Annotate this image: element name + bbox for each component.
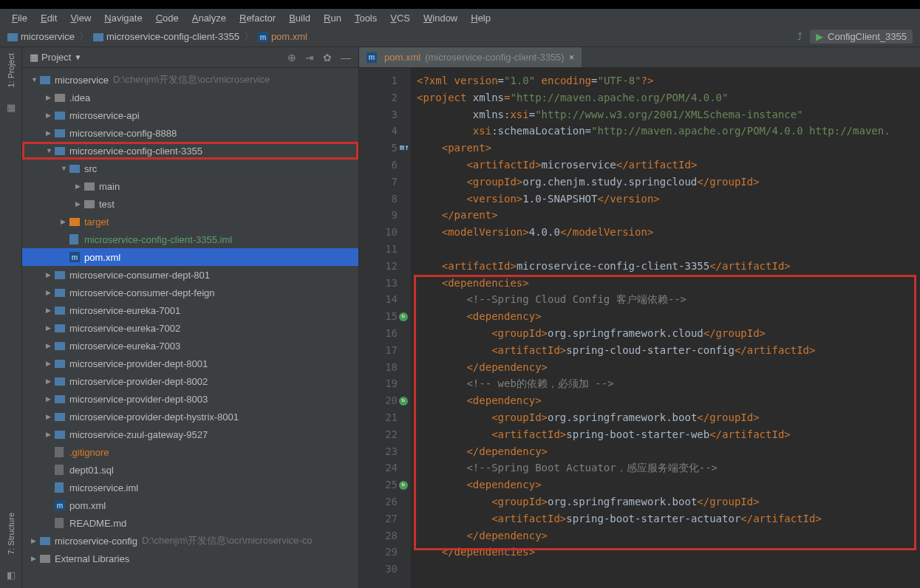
close-icon[interactable]: × xyxy=(569,52,575,63)
tree-row[interactable]: ▶microservice-zuul-gateway-9527 xyxy=(22,425,358,443)
tree-row[interactable]: ▶microservice-provider-dept-8002 xyxy=(22,372,358,390)
menu-build[interactable]: Build xyxy=(283,11,316,25)
tree-arrow[interactable]: ▶ xyxy=(46,112,55,119)
code-line[interactable]: <groupId>org.springframework.cloud</grou… xyxy=(417,325,914,342)
code-line[interactable]: <!--Spring Cloud Config 客户端依赖--> xyxy=(417,291,914,308)
tree-arrow[interactable]: ▶ xyxy=(75,182,84,190)
tree-arrow[interactable]: ▶ xyxy=(46,307,55,314)
tree-row[interactable]: ▶microservice-eureka-7002 xyxy=(22,319,358,337)
project-tree[interactable]: ▼microserviceD:\chenjm\开发信息\ocr\microser… xyxy=(22,68,358,588)
tree-row[interactable]: ▶target xyxy=(22,213,358,230)
code-line[interactable]: <artifactId>spring-boot-starter-actuator… xyxy=(417,510,914,527)
tree-row[interactable]: ▶microservice-provider-dept-8003 xyxy=(22,390,358,408)
menu-window[interactable]: Window xyxy=(418,11,463,25)
code-line[interactable]: <dependencies> xyxy=(417,275,914,292)
hide-icon[interactable]: — xyxy=(341,52,351,64)
tree-arrow[interactable]: ▼ xyxy=(31,76,40,83)
tree-row[interactable]: ▶microservice-config-8888 xyxy=(22,124,358,142)
tree-arrow[interactable]: ▶ xyxy=(46,94,55,101)
gutter-marker[interactable]: ↻ xyxy=(399,397,408,406)
code-line[interactable]: <groupId>org.springframework.boot</group… xyxy=(417,493,914,510)
structure-tool-tab[interactable]: 7: Structure xyxy=(7,513,16,555)
tree-row[interactable]: ▶microservice-eureka-7003 xyxy=(22,337,358,355)
tree-arrow[interactable]: ▶ xyxy=(46,431,55,438)
code-line[interactable] xyxy=(417,241,914,258)
tree-row[interactable]: microservice-config-client-3355.iml xyxy=(22,230,358,248)
tree-row[interactable]: ▶microservice-consumer-dept-feign xyxy=(22,284,358,301)
tree-row[interactable]: ▼src xyxy=(22,160,358,177)
tree-row[interactable]: ▶.idea xyxy=(22,89,358,106)
tree-arrow[interactable]: ▶ xyxy=(46,129,55,137)
tree-row[interactable]: .gitignore xyxy=(22,443,358,461)
menu-analyze[interactable]: Analyze xyxy=(186,11,232,25)
tree-row[interactable]: mpom.xml xyxy=(22,248,358,266)
tree-arrow[interactable]: ▶ xyxy=(46,395,55,403)
menu-refactor[interactable]: Refactor xyxy=(234,11,282,25)
code-line[interactable]: <groupId>org.springframework.boot</group… xyxy=(417,409,914,426)
code-line[interactable]: <groupId>org.chenjm.study.springcloud</g… xyxy=(417,174,914,191)
code-line[interactable]: <artifactId>spring-cloud-starter-config<… xyxy=(417,342,914,359)
tree-row[interactable]: ▶test xyxy=(22,195,358,213)
tree-row[interactable]: ▼microservice-config-client-3355 xyxy=(22,142,358,160)
tree-arrow[interactable]: ▼ xyxy=(61,165,69,172)
code-line[interactable]: <!--Spring Boot Actuator，感应服务端变化--> xyxy=(417,459,914,476)
tree-arrow[interactable]: ▶ xyxy=(46,289,55,296)
tree-row[interactable]: ▶microservice-api xyxy=(22,106,358,124)
tree-arrow[interactable]: ▶ xyxy=(46,342,55,349)
tree-arrow[interactable]: ▶ xyxy=(46,360,55,367)
project-tool-tab[interactable]: 1: Project xyxy=(7,53,16,87)
breadcrumb-folder[interactable]: microservice xyxy=(7,31,75,42)
code-line[interactable]: <dependency> xyxy=(417,476,914,493)
tree-arrow[interactable]: ▶ xyxy=(31,537,40,544)
tree-row[interactable]: ▼microserviceD:\chenjm\开发信息\ocr\microser… xyxy=(22,71,358,89)
tree-arrow[interactable]: ▶ xyxy=(46,324,55,332)
code-line[interactable]: <modelVersion>4.0.0</modelVersion> xyxy=(417,224,914,241)
menu-vcs[interactable]: VCS xyxy=(384,11,416,25)
tree-row[interactable]: ▶microservice-configD:\chenjm\开发信息\ocr\m… xyxy=(22,532,358,550)
menu-run[interactable]: Run xyxy=(318,11,347,25)
code-content[interactable]: <?xml version="1.0" encoding="UTF-8"?><p… xyxy=(411,68,920,588)
code-line[interactable]: <project xmlns="http://maven.apache.org/… xyxy=(417,89,914,106)
run-config-selector[interactable]: ▶ ConfigClient_3355 xyxy=(810,30,913,44)
tree-arrow[interactable]: ▼ xyxy=(46,147,55,154)
code-line[interactable]: </dependencies> xyxy=(417,544,914,561)
tree-arrow[interactable]: ▶ xyxy=(46,271,55,278)
tree-row[interactable]: mpom.xml xyxy=(22,496,358,514)
tree-row[interactable]: ▶microservice-eureka-7001 xyxy=(22,301,358,319)
tree-row[interactable]: ▶External Libraries xyxy=(22,550,358,567)
code-line[interactable]: <parent> xyxy=(417,140,914,157)
menu-help[interactable]: Help xyxy=(465,11,497,25)
code-line[interactable]: <artifactId>spring-boot-starter-web</art… xyxy=(417,426,914,443)
tree-row[interactable]: ▶microservice-provider-dept-8001 xyxy=(22,355,358,372)
tree-row[interactable]: ▶microservice-consumer-dept-801 xyxy=(22,266,358,284)
code-line[interactable]: <artifactId>microservice-config-client-3… xyxy=(417,258,914,275)
tree-arrow[interactable]: ▶ xyxy=(31,555,40,562)
tree-arrow[interactable]: ▶ xyxy=(75,200,84,208)
code-line[interactable] xyxy=(417,561,914,578)
sidebar-icon[interactable]: ◧ xyxy=(7,570,16,581)
gear-icon[interactable]: ✿ xyxy=(323,52,332,64)
code-line[interactable]: <dependency> xyxy=(417,308,914,325)
menu-edit[interactable]: Edit xyxy=(35,11,63,25)
code-line[interactable]: xmlns:xsi="http://www.w3.org/2001/XMLSch… xyxy=(417,106,914,123)
menu-code[interactable]: Code xyxy=(150,11,185,25)
menu-tools[interactable]: Tools xyxy=(349,11,383,25)
tree-row[interactable]: dept01.sql xyxy=(22,461,358,479)
code-line[interactable]: <dependency> xyxy=(417,392,914,409)
code-line[interactable]: <artifactId>microservice</artifactId> xyxy=(417,157,914,174)
code-line[interactable]: <version>1.0-SNAPSHOT</version> xyxy=(417,191,914,208)
menu-file[interactable]: File xyxy=(6,11,33,25)
tree-row[interactable]: microservice.iml xyxy=(22,479,358,496)
breadcrumb-file[interactable]: mpom.xml xyxy=(258,31,307,43)
editor-tab[interactable]: m pom.xml (microservice-config-client-33… xyxy=(359,47,582,67)
tree-row[interactable]: ▶main xyxy=(22,177,358,195)
tree-arrow[interactable]: ▶ xyxy=(46,413,55,420)
tree-arrow[interactable]: ▶ xyxy=(46,377,55,385)
code-editor[interactable]: 1234m↑567891011121314↻1516171819↻2021222… xyxy=(359,68,920,588)
build-icon[interactable]: ⤴ xyxy=(797,31,803,42)
menu-navigate[interactable]: Navigate xyxy=(98,11,148,25)
menu-view[interactable]: View xyxy=(64,11,97,25)
code-line[interactable]: <?xml version="1.0" encoding="UTF-8"?> xyxy=(417,72,914,89)
sidebar-icon[interactable]: ▦ xyxy=(7,102,16,113)
collapse-icon[interactable]: ⇥ xyxy=(305,52,314,64)
